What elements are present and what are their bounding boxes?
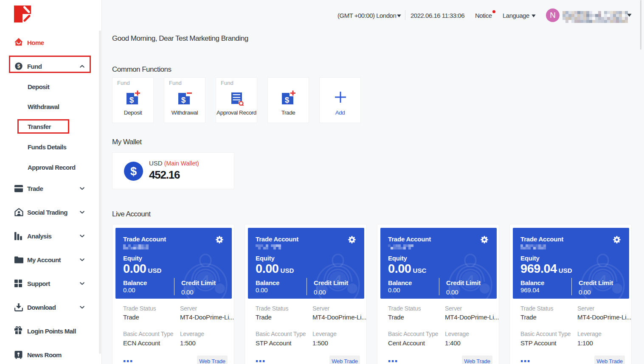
svg-text:$: $ bbox=[181, 95, 186, 104]
svg-text:$: $ bbox=[285, 95, 290, 104]
svg-text:$: $ bbox=[130, 165, 137, 178]
svg-text:$: $ bbox=[129, 95, 134, 104]
